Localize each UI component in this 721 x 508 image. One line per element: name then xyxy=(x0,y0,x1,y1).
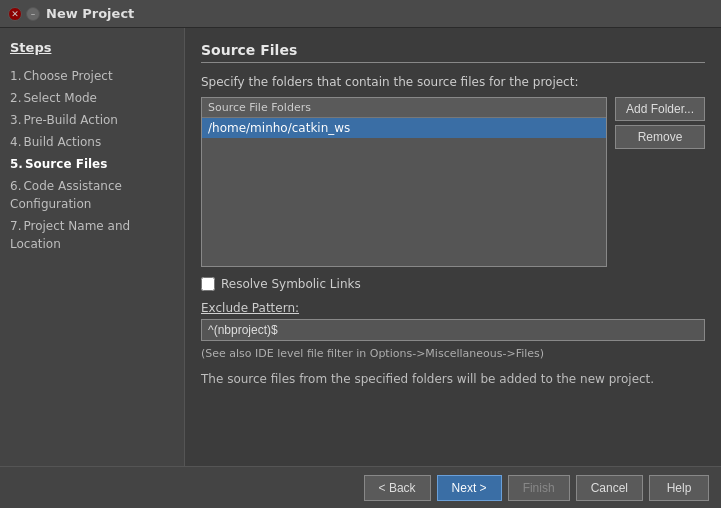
step-3: 3.Pre-Build Action xyxy=(10,109,174,131)
finish-button[interactable]: Finish xyxy=(508,475,570,501)
panel-title: Source Files xyxy=(201,42,705,63)
resolve-symbolic-links-row: Resolve Symbolic Links xyxy=(201,277,705,291)
step-1: 1.Choose Project xyxy=(10,65,174,87)
step-6: 6.Code Assistance Configuration xyxy=(10,175,174,215)
step-7: 7.Project Name and Location xyxy=(10,215,174,255)
folders-list-header: Source File Folders xyxy=(202,98,606,118)
folder-buttons: Add Folder... Remove xyxy=(615,97,705,267)
resolve-symbolic-links-label: Resolve Symbolic Links xyxy=(221,277,361,291)
main-panel: Source Files Specify the folders that co… xyxy=(185,28,721,466)
step-5: 5.Source Files xyxy=(10,153,174,175)
help-button[interactable]: Help xyxy=(649,475,709,501)
hint-text: (See also IDE level file filter in Optio… xyxy=(201,347,705,360)
content-area: Steps 1.Choose Project 2.Select Mode 3.P… xyxy=(0,28,721,466)
info-text: The source files from the specified fold… xyxy=(201,372,705,386)
cancel-button[interactable]: Cancel xyxy=(576,475,643,501)
next-button[interactable]: Next > xyxy=(437,475,502,501)
dialog-body: Steps 1.Choose Project 2.Select Mode 3.P… xyxy=(0,28,721,508)
description-text: Specify the folders that contain the sou… xyxy=(201,75,705,89)
minimize-button[interactable]: – xyxy=(26,7,40,21)
dialog-title: New Project xyxy=(46,6,134,21)
add-folder-button[interactable]: Add Folder... xyxy=(615,97,705,121)
title-bar-controls: ✕ – xyxy=(8,7,40,21)
exclude-pattern-label: Exclude Pattern: xyxy=(201,301,705,315)
back-button[interactable]: < Back xyxy=(364,475,431,501)
folders-list-container: Source File Folders /home/minho/catkin_w… xyxy=(201,97,607,267)
footer: < Back Next > Finish Cancel Help xyxy=(0,466,721,508)
sidebar: Steps 1.Choose Project 2.Select Mode 3.P… xyxy=(0,28,185,466)
step-4: 4.Build Actions xyxy=(10,131,174,153)
folder-item-selected[interactable]: /home/minho/catkin_ws xyxy=(202,118,606,138)
remove-button[interactable]: Remove xyxy=(615,125,705,149)
steps-list: 1.Choose Project 2.Select Mode 3.Pre-Bui… xyxy=(10,65,174,255)
exclude-pattern-input[interactable] xyxy=(201,319,705,341)
folders-panel: Source File Folders /home/minho/catkin_w… xyxy=(201,97,705,267)
step-2: 2.Select Mode xyxy=(10,87,174,109)
sidebar-heading: Steps xyxy=(10,40,174,55)
close-button[interactable]: ✕ xyxy=(8,7,22,21)
resolve-symbolic-links-checkbox[interactable] xyxy=(201,277,215,291)
title-bar: ✕ – New Project xyxy=(0,0,721,28)
